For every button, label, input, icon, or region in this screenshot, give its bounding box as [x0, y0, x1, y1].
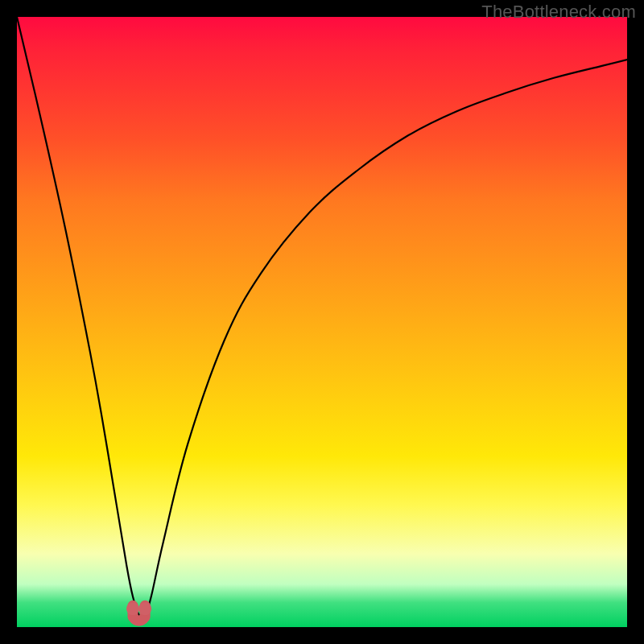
- bottleneck-curve: [17, 17, 627, 617]
- marker-dot-1: [138, 602, 151, 615]
- marker-dot-0: [126, 602, 139, 615]
- chart-area: [17, 17, 627, 627]
- attribution-label: TheBottleneck.com: [481, 2, 636, 23]
- chart-svg: [17, 17, 627, 627]
- marker-u-shape: [133, 605, 145, 621]
- curve-markers: [126, 602, 151, 621]
